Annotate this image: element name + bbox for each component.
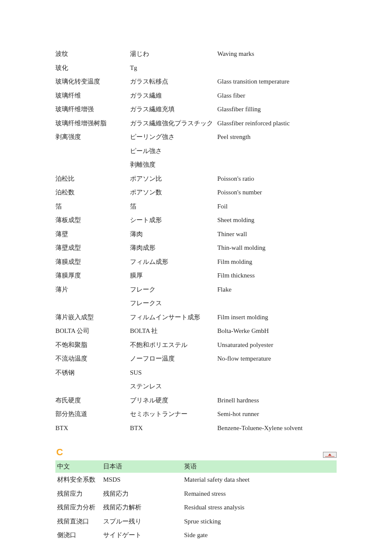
table-row: 薄壁成型薄肉成形Thin-wall molding [55,241,337,255]
table-row: 残留应力残留応力Remained stress [55,487,337,501]
cell-en: Glassfiber filling [217,102,337,116]
table-row: 薄片嵌入成型フィルムインサート成形Film insert molding [55,310,337,324]
glossary-table-c: 中文 日本语 英语 材料安全系数MSDSMaterial safety data… [55,460,337,542]
table-row: BTXBTXBenzene-Toluene-Xylene solvent [55,421,337,435]
cell-cn [55,158,130,172]
cell-en: Glass fiber [217,89,337,103]
cell-jp: ガラス転移点 [130,75,217,89]
col-header-cn: 中文 [55,460,101,473]
table-row: 玻璃纤维增强树脂ガラス繊維強化プラスチックGlassfiber reinforc… [55,116,337,130]
cell-jp: ポアソン数 [130,185,217,199]
table-row: ピール強さ [55,144,337,158]
cell-cn: 薄膜成型 [55,255,130,269]
cell-jp: シート成形 [130,213,217,227]
cell-jp: 残留応力解析 [101,500,182,515]
cell-cn [55,379,130,393]
cell-cn: 不饱和聚脂 [55,338,130,352]
cell-jp: ステンレス [130,379,217,393]
cell-en: Glassfiber reinforced plastic [217,116,337,130]
back-to-top-icon[interactable] [323,452,337,458]
cell-jp: 薄肉 [130,227,217,241]
cell-en: Unsaturated polyester [217,338,337,352]
cell-cn: 薄壁 [55,227,130,241]
cell-cn: 玻璃化转变温度 [55,75,130,89]
cell-jp: MSDS [101,473,182,487]
cell-en [217,61,337,75]
cell-cn: 剥离强度 [55,130,130,144]
cell-jp: SUS [130,366,217,380]
cell-cn: 残留应力 [55,487,101,501]
cell-cn: 玻化 [55,61,130,75]
cell-en: Waving marks [217,47,337,61]
cell-jp: ピール強さ [130,144,217,158]
cell-en: Benzene-Toluene-Xylene solvent [217,421,337,435]
table-row: 剥離強度 [55,158,337,172]
cell-jp: ブリネル硬度 [130,393,217,408]
cell-cn: BOLTA 公司 [55,324,130,338]
cell-en: Side gate [182,528,337,542]
table-row: 玻化Tg [55,61,337,75]
cell-jp: BTX [130,421,217,435]
cell-en: Glass transition temperature [217,75,337,89]
cell-jp: ポアソン比 [130,172,217,186]
cell-cn: BTX [55,421,130,435]
table-row: 不饱和聚脂不飽和ポリエステルUnsaturated polyester [55,338,337,352]
cell-en: Brinell hardness [217,393,337,408]
document-page: 波纹湯じわWaving marks玻化Tg玻璃化转变温度ガラス転移点Glass … [0,0,392,555]
cell-en: Peel strength [217,130,337,144]
svg-marker-1 [328,454,331,456]
cell-cn: 残留直浇口 [55,515,101,529]
cell-cn: 薄膜厚度 [55,269,130,283]
cell-jp: 湯じわ [130,47,217,61]
cell-cn: 薄片嵌入成型 [55,310,130,324]
cell-jp: 剥離強度 [130,158,217,172]
table-row: BOLTA 公司BOLTA 社Bolta-Werke GmbH [55,324,337,338]
table-row: 薄膜厚度膜厚Film thickness [55,269,337,283]
table-row: 残留直浇口スプルー残りSprue sticking [55,515,337,529]
table-row: 泊松数ポアソン数Poisson's number [55,185,337,199]
cell-cn: 材料安全系数 [55,473,101,487]
table-row: 剥离强度ピーリング強さPeel strength [55,130,337,144]
cell-en: Thin-wall molding [217,241,337,255]
cell-jp: ノーフロー温度 [130,352,217,366]
cell-en: No-flow temperature [217,352,337,366]
cell-en: Residual stress analysis [182,500,337,515]
cell-cn: 布氏硬度 [55,393,130,408]
cell-jp: フレーク [130,283,217,297]
cell-cn: 不流动温度 [55,352,130,366]
cell-cn: 玻璃纤维增强 [55,102,130,116]
cell-cn: 部分热流道 [55,407,130,421]
cell-jp: ガラス繊維 [130,89,217,103]
cell-cn: 箔 [55,199,130,214]
cell-jp: スプルー残り [101,515,182,529]
table-row: 玻璃纤维增强ガラス繊維充填Glassfiber filling [55,102,337,116]
cell-en: Film molding [217,255,337,269]
cell-cn: 泊松数 [55,185,130,199]
cell-cn [55,144,130,158]
cell-en [217,379,337,393]
cell-cn: 薄板成型 [55,213,130,227]
col-header-en: 英语 [182,460,337,473]
cell-en: Flake [217,283,337,297]
section-c-header: C [55,447,337,458]
cell-cn [55,296,130,310]
cell-jp: BOLTA 社 [130,324,217,338]
table-row: 薄片フレークFlake [55,283,337,297]
cell-cn: 侧浇口 [55,528,101,542]
table-row: 侧浇口サイドゲートSide gate [55,528,337,542]
table-row: 泊松比ポアソン比Poisson's ratio [55,172,337,186]
cell-en: Remained stress [182,487,337,501]
cell-cn: 玻璃纤维增强树脂 [55,116,130,130]
table-row: 玻璃纤维ガラス繊維Glass fiber [55,89,337,103]
cell-cn: 薄片 [55,283,130,297]
cell-cn: 玻璃纤维 [55,89,130,103]
cell-jp: フィルムインサート成形 [130,310,217,324]
cell-cn: 不锈钢 [55,366,130,380]
cell-en [217,296,337,310]
cell-cn: 薄壁成型 [55,241,130,255]
cell-en: Sprue sticking [182,515,337,529]
cell-jp: サイドゲート [101,528,182,542]
cell-jp: ガラス繊維強化プラスチック [130,116,217,130]
cell-jp: フレークス [130,296,217,310]
table-row: ステンレス [55,379,337,393]
